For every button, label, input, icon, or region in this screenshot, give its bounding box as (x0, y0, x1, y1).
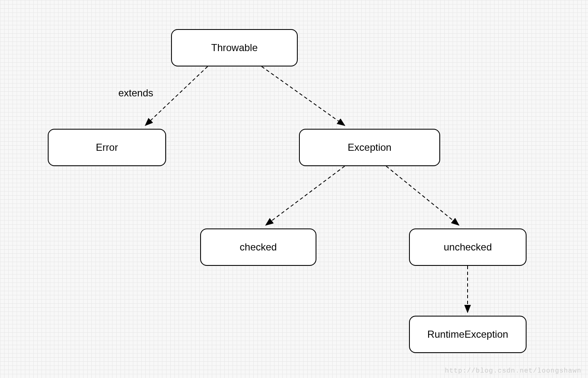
edge-exception-unchecked (386, 166, 459, 225)
edge-throwable-error (145, 66, 208, 125)
node-throwable: Throwable (171, 29, 298, 66)
edge-label-extends: extends (118, 87, 153, 99)
node-unchecked: unchecked (409, 228, 527, 266)
node-error: Error (48, 129, 166, 166)
node-exception-label: Exception (348, 142, 391, 153)
node-throwable-label: Throwable (211, 42, 257, 54)
node-exception: Exception (299, 129, 440, 166)
edge-exception-checked (266, 166, 345, 225)
node-checked-label: checked (240, 241, 277, 253)
watermark-text: http://blog.csdn.net/loongshawn (445, 367, 581, 375)
node-runtimeexception-label: RuntimeException (427, 329, 508, 340)
node-runtimeexception: RuntimeException (409, 316, 527, 353)
edge-throwable-exception (262, 66, 345, 125)
node-checked: checked (200, 228, 316, 266)
node-error-label: Error (96, 142, 118, 153)
node-unchecked-label: unchecked (443, 241, 492, 253)
